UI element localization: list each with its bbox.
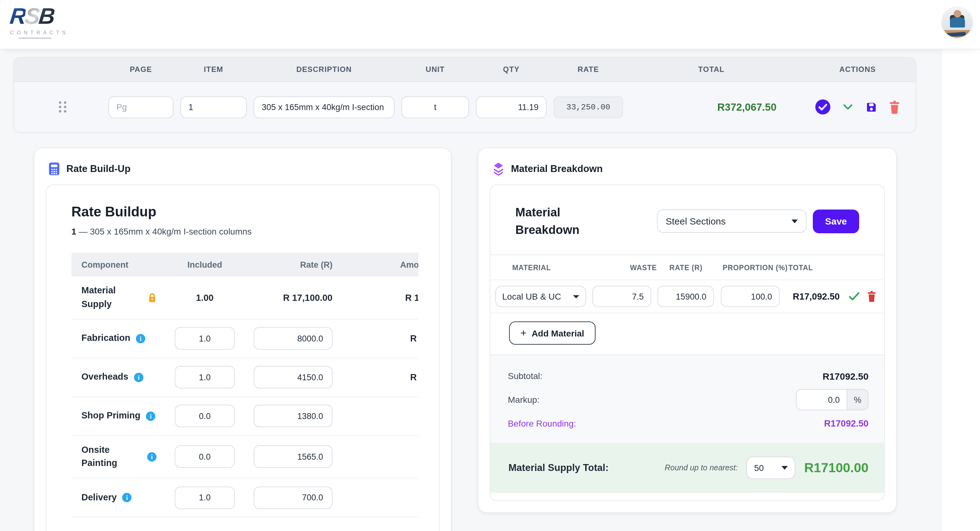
component-row-shop-priming: Shop Priming i: [72, 397, 418, 436]
material-breakdown-card-header: Material Breakdown: [479, 148, 896, 184]
lock-icon[interactable]: [147, 292, 157, 303]
component-row-fabrication: Fabrication i R 8,000.00: [72, 319, 418, 358]
before-rounding-label: Before Rounding:: [508, 419, 576, 429]
col-waste: WASTE: [607, 263, 657, 274]
rate-input[interactable]: [254, 445, 332, 468]
rate-readonly-value: 33,250.00: [554, 96, 623, 118]
layers-icon: [492, 162, 505, 176]
included-input[interactable]: [175, 445, 235, 468]
confirm-check-circle-icon[interactable]: [815, 99, 831, 115]
items-table-header: PAGE ITEM DESCRIPTION UNIT QTY RATE TOTA…: [14, 57, 915, 82]
page-input[interactable]: [108, 96, 173, 118]
rate-value: R 17,100.00: [235, 293, 332, 303]
col-rate: RATE: [554, 65, 623, 74]
round-up-label: Round up to nearest:: [665, 464, 738, 472]
rate-buildup-panel: Rate Buildup 1 — 305 x 165mm x 40kg/m I-…: [46, 184, 439, 531]
row-actions: [800, 99, 915, 115]
material-breakdown-card-title: Material Breakdown: [511, 163, 603, 174]
delete-trash-icon[interactable]: [867, 291, 877, 303]
avatar-body: [950, 17, 965, 27]
material-row: Local UB & UC R17,092.50: [490, 281, 884, 314]
percent-suffix: %: [847, 389, 869, 411]
proportion-input[interactable]: [721, 286, 780, 308]
col-component: Component: [72, 260, 175, 269]
col-page: PAGE: [108, 65, 173, 74]
row-total-value: R372,067.50: [630, 101, 793, 113]
waste-input[interactable]: [592, 286, 651, 308]
scroll-gutter[interactable]: [941, 0, 980, 531]
component-name: Overheads: [81, 370, 128, 384]
material-supply-total-row: Material Supply Total: Round up to neare…: [490, 443, 884, 493]
avatar-head: [954, 10, 961, 17]
user-avatar[interactable]: [942, 7, 972, 38]
subtitle-separator: —: [79, 227, 88, 236]
col-total: TOTAL: [630, 65, 793, 74]
material-select-value: Local UB & UC: [502, 292, 573, 302]
rate-buildup-card-title: Rate Build-Up: [66, 163, 130, 174]
rate-buildup-subtitle: 1 — 305 x 165mm x 40kg/m I-section colum…: [72, 227, 439, 236]
rate-input[interactable]: [254, 327, 332, 350]
amount-value: R 4,150.00: [332, 372, 418, 382]
unit-input[interactable]: [401, 96, 469, 118]
component-row-onsite-painting: Onsite Painting i: [72, 436, 418, 479]
item-input[interactable]: [180, 96, 247, 118]
amount-value: R 700.00: [332, 493, 418, 502]
rate-buildup-table: Component Included Rate (R) Amount Mater…: [72, 253, 418, 517]
item-row: 33,250.00 R372,067.50: [14, 82, 915, 132]
material-table-header: MATERIAL WASTE RATE (R) PROPORTION (%) T…: [490, 255, 884, 281]
items-table: PAGE ITEM DESCRIPTION UNIT QTY RATE TOTA…: [13, 57, 916, 133]
component-row-delivery: Delivery i R 700.00: [72, 479, 418, 517]
included-input[interactable]: [175, 405, 235, 427]
component-name: Onsite Painting: [81, 443, 142, 470]
caret-down-icon: [792, 219, 798, 223]
material-breakdown-panel: Material Breakdown Steel Sections Save M…: [490, 184, 885, 501]
included-input[interactable]: [175, 366, 235, 388]
col-unit: UNIT: [401, 65, 469, 74]
material-breakdown-panel-header: Material Breakdown Steel Sections Save: [490, 185, 884, 255]
col-actions: ACTIONS: [800, 65, 915, 74]
before-rounding-row: Before Rounding: R17092.50: [508, 412, 869, 436]
delete-trash-icon[interactable]: [889, 100, 900, 114]
info-icon[interactable]: i: [147, 452, 157, 461]
logo-word: RSB: [9, 5, 86, 27]
category-select[interactable]: Steel Sections: [657, 209, 807, 233]
save-icon[interactable]: [865, 100, 878, 114]
qty-input[interactable]: [476, 96, 547, 118]
confirm-check-icon[interactable]: [848, 292, 860, 302]
col-description: DESCRIPTION: [254, 65, 395, 74]
col-proportion: PROPORTION (%): [710, 263, 776, 274]
caret-down-icon: [573, 295, 579, 298]
drag-handle-icon[interactable]: [59, 101, 68, 113]
logo-subtitle: CONTRACTS: [10, 29, 85, 36]
expand-chevron-down-icon[interactable]: [842, 101, 854, 113]
rate-input[interactable]: [254, 405, 332, 427]
rate-buildup-card-header: Rate Build-Up: [35, 148, 451, 184]
material-select[interactable]: Local UB & UC: [495, 286, 586, 308]
component-name: Shop Priming: [81, 409, 141, 423]
info-icon[interactable]: i: [134, 372, 143, 382]
material-breakdown-card: Material Breakdown Material Breakdown St…: [478, 147, 897, 513]
info-icon[interactable]: i: [136, 334, 145, 343]
rate-input[interactable]: [254, 486, 332, 509]
description-input[interactable]: [254, 96, 395, 118]
rate-input[interactable]: [254, 366, 332, 388]
add-material-button[interactable]: + Add Material: [509, 322, 595, 345]
round-nearest-select[interactable]: 50: [746, 457, 795, 479]
col-total: TOTAL: [776, 263, 879, 274]
info-icon[interactable]: i: [123, 493, 132, 502]
col-included: Included: [175, 260, 235, 269]
included-input[interactable]: [175, 486, 235, 509]
rate-buildup-card: Rate Build-Up Rate Buildup 1 — 305 x 165…: [34, 147, 452, 531]
amount-value: R 17,100.00: [332, 293, 418, 303]
material-rate-input[interactable]: [657, 286, 714, 308]
col-rate-r: RATE (R): [657, 263, 710, 274]
included-input[interactable]: [175, 327, 235, 350]
save-button[interactable]: Save: [813, 209, 859, 233]
category-select-value: Steel Sections: [666, 216, 726, 227]
component-name: Delivery: [81, 491, 117, 504]
info-icon[interactable]: i: [146, 411, 156, 421]
subtotal-value: R17092.50: [822, 371, 869, 382]
markup-label: Markup:: [508, 395, 539, 405]
markup-input[interactable]: [796, 389, 847, 411]
material-supply-total-value: R17100.00: [804, 461, 869, 476]
